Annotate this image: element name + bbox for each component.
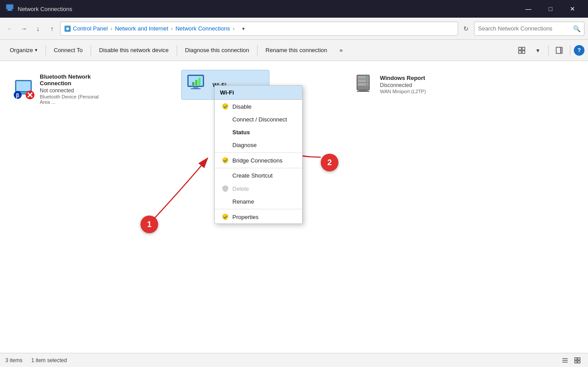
toolbar-sep-4: [257, 45, 258, 56]
toolbar-sep-1: [46, 45, 46, 56]
search-box[interactable]: 🔍: [474, 22, 584, 36]
svg-rect-2: [7, 10, 12, 11]
context-item-diagnose[interactable]: Diagnose: [215, 139, 302, 151]
preview-pane-button[interactable]: [552, 43, 566, 57]
context-item-bridge[interactable]: Bridge Connections: [215, 154, 302, 167]
context-item-connect-disconnect[interactable]: Connect / Disconnect: [215, 113, 302, 126]
status-right: [560, 355, 583, 366]
large-icons-button[interactable]: [572, 355, 583, 366]
context-divider-1: [215, 152, 302, 153]
context-item-delete[interactable]: Delete: [215, 182, 302, 195]
rename-button[interactable]: Rename this connection: [259, 42, 333, 59]
shield-icon-disable: [222, 103, 229, 110]
svg-rect-43: [575, 361, 577, 363]
toolbar-right: ▾ ?: [515, 43, 584, 57]
forward-button[interactable]: →: [18, 23, 30, 35]
window-title: Network Connections: [18, 6, 518, 12]
breadcrumb-sep-1: ›: [110, 25, 112, 32]
up-recent-button[interactable]: ↓: [32, 23, 44, 35]
address-bar[interactable]: Control Panel › Network and Internet › N…: [60, 22, 458, 36]
windows-report-device: WAN Miniport (L2TP): [380, 89, 442, 94]
svg-rect-31: [359, 90, 368, 91]
context-rename-label: Rename: [232, 198, 254, 205]
control-panel-icon: [64, 25, 71, 32]
svg-rect-1: [8, 9, 11, 10]
context-item-status[interactable]: Status: [215, 126, 302, 139]
svg-rect-7: [519, 51, 521, 53]
context-status-label: Status: [232, 129, 250, 136]
minimize-button[interactable]: —: [518, 2, 539, 16]
large-icons-icon: [574, 357, 580, 363]
context-create-shortcut-label: Create Shortcut: [232, 172, 273, 179]
svg-rect-26: [198, 78, 201, 85]
svg-rect-6: [522, 47, 525, 50]
up-button[interactable]: ↑: [46, 23, 58, 35]
context-properties-label: Properties: [232, 214, 258, 220]
svg-rect-12: [16, 81, 30, 91]
svg-rect-0: [6, 4, 13, 9]
shield-icon-properties: [222, 213, 229, 220]
preview-icon: [556, 47, 563, 54]
context-item-properties[interactable]: Properties: [215, 210, 302, 223]
svg-rect-41: [575, 358, 577, 360]
context-divider-3: [215, 209, 302, 209]
windows-report-status: Disconnected: [380, 82, 442, 88]
svg-point-33: [366, 76, 368, 78]
bluetooth-device: Bluetooth Device (Personal Area ...: [40, 94, 102, 105]
network-item-windows-report[interactable]: Windows Report Disconnected WAN Miniport…: [349, 70, 446, 99]
view-options-button[interactable]: [515, 43, 529, 57]
shield-icon-delete: [222, 185, 229, 192]
svg-rect-25: [195, 80, 197, 85]
svg-text:β: β: [16, 92, 19, 98]
shield-icon-bridge: [222, 157, 229, 164]
view-dropdown-button[interactable]: ▾: [531, 43, 545, 57]
back-button[interactable]: ←: [4, 23, 16, 35]
more-button[interactable]: »: [334, 42, 349, 59]
breadcrumb-sep-2: ›: [171, 25, 173, 32]
svg-rect-10: [561, 47, 562, 53]
connect-to-button[interactable]: Connect To: [48, 42, 89, 59]
svg-rect-44: [578, 361, 580, 363]
breadcrumb-control-panel[interactable]: Control Panel: [73, 25, 108, 32]
organize-button[interactable]: Organize: [4, 42, 44, 59]
svg-point-4: [66, 27, 69, 30]
svg-rect-22: [193, 87, 198, 88]
context-item-create-shortcut[interactable]: Create Shortcut: [215, 169, 302, 182]
breadcrumb-network-internet[interactable]: Network and Internet: [115, 25, 168, 32]
toolbar: Organize Connect To Disable this network…: [0, 40, 588, 61]
annotation-1: 1: [140, 216, 158, 233]
svg-rect-13: [21, 92, 26, 94]
network-item-bluetooth[interactable]: β Bluetooth Network Connection Not conne…: [9, 70, 106, 108]
search-input[interactable]: [478, 25, 570, 32]
context-delete-label: Delete: [232, 185, 249, 192]
context-menu-header: Wi-Fi: [215, 86, 302, 100]
toolbar-sep-3: [177, 45, 177, 56]
bluetooth-status: Not connected: [40, 87, 102, 94]
svg-rect-5: [519, 47, 521, 50]
context-diagnose-label: Diagnose: [232, 142, 257, 148]
disable-button[interactable]: Disable this network device: [93, 42, 175, 59]
breadcrumb-arrow: ›: [233, 25, 235, 32]
bluetooth-info: Bluetooth Network Connection Not connect…: [40, 73, 102, 105]
search-icon: 🔍: [573, 25, 580, 32]
help-button[interactable]: ?: [574, 45, 584, 56]
close-button[interactable]: ✕: [562, 2, 583, 16]
address-bar-row: ← → ↓ ↑ Control Panel › Network and Inte…: [0, 18, 588, 40]
main-content: β Bluetooth Network Connection Not conne…: [0, 61, 588, 353]
wifi-icon: [186, 74, 208, 96]
svg-point-35: [366, 83, 368, 85]
refresh-button[interactable]: ↻: [460, 23, 472, 35]
diagnose-button[interactable]: Diagnose this connection: [179, 42, 255, 59]
details-view-button[interactable]: [560, 355, 570, 366]
windows-report-name: Windows Report: [380, 75, 442, 81]
context-item-rename[interactable]: Rename: [215, 195, 302, 208]
app-icon: [5, 4, 14, 14]
svg-rect-9: [556, 47, 561, 53]
bluetooth-icon: β: [13, 78, 35, 100]
svg-rect-8: [522, 51, 525, 53]
context-item-disable[interactable]: Disable: [215, 100, 302, 113]
breadcrumb-network-connections[interactable]: Network Connections: [175, 25, 230, 32]
windows-report-info: Windows Report Disconnected WAN Miniport…: [380, 75, 442, 94]
address-dropdown-button[interactable]: ▾: [237, 23, 250, 35]
maximize-button[interactable]: □: [540, 2, 561, 16]
